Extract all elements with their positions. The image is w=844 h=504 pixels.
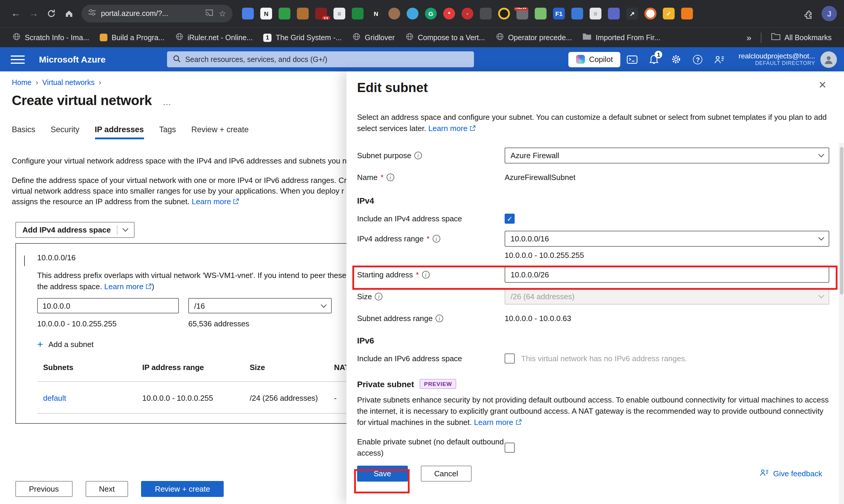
- cloud-shell-icon[interactable]: [622, 49, 643, 69]
- address-space-ip-input[interactable]: [37, 298, 179, 313]
- breadcrumb-home-link[interactable]: Home: [12, 78, 32, 87]
- learn-more-link[interactable]: Learn more: [192, 197, 231, 206]
- url-bar[interactable]: portal.azure.com/?... ☆: [82, 5, 233, 22]
- target-extension-icon[interactable]: ◦: [462, 8, 473, 19]
- bookmark-item[interactable]: Build a Progra...: [94, 32, 170, 43]
- tab-review-create[interactable]: Review + create: [191, 125, 249, 139]
- bookmark-star-icon[interactable]: ☆: [219, 9, 226, 18]
- private-subnet-description: Private subnets enhance security by not …: [357, 394, 829, 429]
- url-text[interactable]: portal.azure.com/?...: [101, 10, 200, 18]
- breadcrumb-virtual-networks-link[interactable]: Virtual networks: [42, 78, 94, 87]
- address-mask-select[interactable]: /16: [188, 298, 332, 313]
- all-bookmarks-button[interactable]: All Bookmarks: [766, 31, 837, 44]
- previous-button[interactable]: Previous: [15, 481, 72, 497]
- bronze-extension-icon[interactable]: [388, 8, 400, 19]
- copilot-button[interactable]: Copilot: [568, 52, 621, 67]
- table-row[interactable]: default 10.0.0.0 - 10.0.0.255 /24 (256 a…: [37, 382, 361, 413]
- include-ipv6-checkbox[interactable]: [505, 354, 515, 363]
- save-button[interactable]: Save: [357, 466, 408, 482]
- box-extension-icon[interactable]: [297, 8, 309, 19]
- enable-private-subnet-checkbox[interactable]: [505, 442, 515, 452]
- info-icon[interactable]: i: [422, 271, 429, 278]
- bank-extension-icon[interactable]: [571, 8, 583, 19]
- reload-icon[interactable]: [42, 5, 60, 22]
- info-icon[interactable]: i: [375, 293, 383, 300]
- subnet-default-link[interactable]: default: [43, 394, 142, 402]
- info-icon[interactable]: i: [387, 174, 394, 181]
- warning-learn-more-link[interactable]: Learn more: [104, 282, 143, 291]
- global-search-input[interactable]: Search resources, services, and docs (G+…: [167, 51, 474, 67]
- grammarly-extension-icon[interactable]: G: [425, 8, 437, 19]
- home-icon[interactable]: [60, 5, 78, 22]
- notifications-bell-icon[interactable]: 1: [644, 49, 664, 69]
- browser-profile-avatar[interactable]: J: [822, 6, 837, 21]
- asterisk-extension-icon[interactable]: *: [443, 8, 455, 19]
- close-icon[interactable]: ×: [819, 78, 826, 91]
- starting-address-input[interactable]: [505, 267, 829, 283]
- f1-extension-icon[interactable]: F1: [553, 8, 565, 19]
- give-feedback-link[interactable]: Give feedback: [759, 469, 822, 479]
- review-create-button[interactable]: Review + create: [141, 481, 224, 497]
- info-icon[interactable]: i: [435, 314, 443, 322]
- bookmark-item[interactable]: Gridlover: [347, 31, 400, 44]
- translate-extension-icon[interactable]: [242, 8, 254, 19]
- bookmark-item[interactable]: 1 The Grid System -...: [258, 32, 347, 43]
- page-scrollbar[interactable]: [839, 143, 844, 504]
- gear-extension-icon[interactable]: [480, 8, 492, 19]
- next-button[interactable]: Next: [85, 481, 128, 497]
- purple-extension-icon[interactable]: [608, 8, 620, 19]
- info-icon[interactable]: i: [414, 152, 422, 159]
- help-icon[interactable]: ?: [688, 49, 708, 69]
- cancel-button[interactable]: Cancel: [420, 466, 471, 482]
- new-extension-icon[interactable]: NEW: [517, 8, 528, 19]
- assistant-extension-icon[interactable]: [407, 8, 418, 19]
- add-ipv4-address-space-button[interactable]: Add IPv4 address space: [15, 222, 134, 238]
- ring-extension-icon[interactable]: [645, 8, 656, 19]
- info-icon[interactable]: i: [433, 235, 440, 242]
- bookmark-item[interactable]: Imported From Fir...: [577, 31, 666, 44]
- reader-extension-icon[interactable]: ≡: [334, 8, 345, 19]
- add-subnet-button[interactable]: + Add a subnet: [37, 340, 361, 349]
- notion-extension-icon[interactable]: N: [370, 8, 382, 19]
- file-extension-icon[interactable]: ≡: [590, 8, 601, 19]
- arrow-extension-icon[interactable]: ↗: [626, 8, 638, 19]
- ipv4-range-select[interactable]: 10.0.0.0/16: [505, 231, 829, 247]
- leaf-extension-icon[interactable]: [352, 8, 363, 19]
- plant-extension-icon[interactable]: [535, 8, 546, 19]
- notes-extension-icon[interactable]: N: [260, 8, 272, 19]
- sprout-extension-icon[interactable]: [279, 8, 290, 19]
- back-icon[interactable]: ←: [7, 5, 25, 22]
- tab-basics[interactable]: Basics: [12, 125, 35, 139]
- tab-security[interactable]: Security: [51, 125, 80, 139]
- settings-gear-icon[interactable]: [666, 49, 686, 69]
- chevron-down-icon[interactable]: [122, 226, 128, 232]
- forward-icon[interactable]: →: [25, 5, 42, 22]
- tab-ip-addresses[interactable]: IP addresses: [95, 125, 144, 139]
- subnet-purpose-select[interactable]: Azure Firewall: [505, 147, 829, 163]
- site-info-icon[interactable]: [88, 8, 96, 19]
- scrollbar-thumb[interactable]: [840, 147, 843, 294]
- check-extension-icon[interactable]: ✓: [663, 8, 675, 19]
- account-avatar[interactable]: [820, 51, 837, 68]
- more-options-icon[interactable]: …: [162, 97, 171, 109]
- bookmark-item[interactable]: Compose to a Vert...: [400, 31, 490, 44]
- feedback-icon[interactable]: [710, 49, 730, 69]
- panel-learn-more-link[interactable]: Learn more: [428, 124, 467, 133]
- ublock-extension-icon[interactable]: 11: [315, 8, 327, 19]
- extensions-puzzle-icon[interactable]: [805, 8, 814, 19]
- bookmark-item[interactable]: Scratch Info - Ima...: [7, 31, 94, 44]
- camera-extension-icon[interactable]: [498, 8, 510, 19]
- bookmark-item[interactable]: iRuler.net - Online...: [170, 31, 258, 44]
- bookmark-item[interactable]: Operator precede...: [490, 31, 577, 44]
- panel-footer: Save Cancel Give feedback: [357, 466, 829, 482]
- account-info[interactable]: realcloudprojects@hot... DEFAULT DIRECTO…: [739, 52, 815, 67]
- tab-tags[interactable]: Tags: [159, 125, 176, 139]
- bookmarks-overflow-icon[interactable]: »: [742, 33, 756, 42]
- hamburger-menu-icon[interactable]: [11, 55, 25, 64]
- collapse-chevron-icon[interactable]: [24, 255, 25, 266]
- grid-extension-icon[interactable]: [681, 8, 693, 19]
- private-learn-more-link[interactable]: Learn more: [474, 418, 513, 427]
- include-ipv4-checkbox[interactable]: ✓: [505, 214, 515, 224]
- azure-brand[interactable]: Microsoft Azure: [39, 54, 106, 64]
- cast-icon[interactable]: [205, 8, 214, 19]
